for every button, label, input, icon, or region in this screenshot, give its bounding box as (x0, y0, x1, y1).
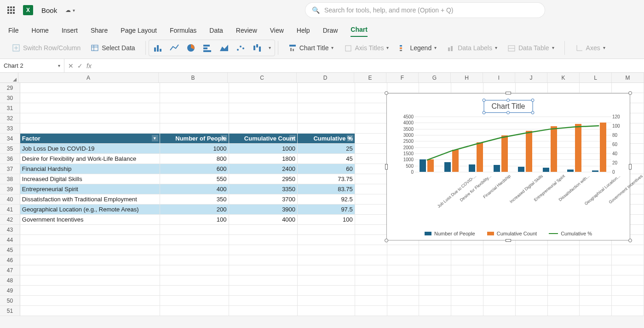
cell[interactable]: Cumulative Count▾ (229, 134, 298, 144)
cell[interactable] (451, 275, 483, 286)
cell[interactable]: Increased Digital Skills (20, 174, 160, 184)
cell[interactable] (298, 306, 355, 316)
cell[interactable]: 1800 (229, 154, 298, 164)
resize-handle[interactable] (385, 164, 388, 170)
cell[interactable] (20, 93, 160, 103)
cell[interactable] (160, 225, 229, 235)
row-header[interactable]: 51 (0, 306, 20, 316)
cell[interactable] (229, 103, 298, 113)
cell[interactable] (160, 286, 229, 296)
cell[interactable] (355, 306, 387, 316)
cell[interactable]: 92.5 (298, 194, 355, 205)
cell[interactable] (298, 83, 355, 93)
cell[interactable] (298, 113, 355, 123)
cell[interactable]: 73.75 (298, 174, 355, 184)
cell[interactable] (229, 83, 298, 93)
fx-icon[interactable]: fx (86, 62, 92, 70)
row-header[interactable]: 47 (0, 265, 20, 275)
cell[interactable] (20, 296, 160, 306)
cell[interactable]: Entrepreneurial Spirit (20, 184, 160, 194)
cell[interactable] (229, 255, 298, 265)
cell[interactable] (483, 265, 516, 275)
cell[interactable] (229, 225, 298, 235)
cell[interactable]: 25 (298, 144, 355, 154)
cell[interactable] (548, 265, 580, 275)
row-header[interactable]: 35 (0, 144, 20, 154)
embedded-chart[interactable]: Chart Title 0500100015002000250030003500… (386, 93, 630, 240)
filter-dropdown-icon[interactable]: ▾ (289, 135, 296, 141)
save-status-dropdown[interactable]: ☁ ▾ (65, 7, 75, 13)
cell[interactable] (298, 103, 355, 113)
cell[interactable] (419, 275, 451, 286)
cell[interactable] (355, 123, 387, 134)
cell[interactable] (548, 306, 580, 316)
cell[interactable] (20, 235, 160, 245)
cell[interactable]: 3900 (229, 205, 298, 215)
cell[interactable] (355, 154, 387, 164)
column-header[interactable]: A (18, 73, 159, 82)
cell[interactable] (612, 275, 644, 286)
row-header[interactable]: 29 (0, 83, 20, 93)
name-box[interactable]: Chart 2▾ (0, 59, 64, 72)
cell[interactable] (419, 286, 451, 296)
cell[interactable] (160, 265, 229, 275)
cell[interactable]: 2950 (229, 174, 298, 184)
cell[interactable]: Government Incentives (20, 215, 160, 225)
cell[interactable]: 45 (298, 154, 355, 164)
cell[interactable] (298, 255, 355, 265)
cell[interactable]: 100 (298, 215, 355, 225)
cell[interactable] (229, 93, 298, 103)
row-header[interactable]: 42 (0, 215, 20, 225)
bar-chart-icon[interactable] (202, 43, 213, 53)
cell[interactable] (298, 235, 355, 245)
row-header[interactable]: 32 (0, 113, 20, 123)
cell[interactable] (612, 296, 644, 306)
cell[interactable] (20, 225, 160, 235)
chart-title[interactable]: Chart Title (484, 100, 533, 113)
cell[interactable] (516, 286, 548, 296)
waterfall-chart-icon[interactable] (252, 43, 262, 53)
cell[interactable] (229, 235, 298, 245)
select-all-corner[interactable] (0, 73, 18, 82)
cell[interactable] (419, 265, 451, 275)
cell[interactable]: Number of People▾ (160, 134, 229, 144)
cell[interactable]: 200 (160, 205, 229, 215)
filter-dropdown-icon[interactable]: ▾ (347, 135, 353, 141)
tab-file[interactable]: File (8, 27, 19, 37)
cell[interactable]: Geographical Location (e.g., Remote Area… (20, 205, 160, 215)
cell[interactable] (451, 255, 483, 265)
column-header[interactable]: B (159, 73, 228, 82)
cell[interactable] (355, 174, 387, 184)
cell[interactable] (580, 306, 612, 316)
cell[interactable] (20, 265, 160, 275)
tab-share[interactable]: Share (91, 27, 108, 37)
cell[interactable] (355, 113, 387, 123)
cell[interactable] (229, 245, 298, 255)
cell[interactable] (419, 306, 451, 316)
cell[interactable] (160, 255, 229, 265)
column-header[interactable]: G (419, 73, 451, 82)
row-header[interactable]: 44 (0, 235, 20, 245)
cell[interactable]: Dissatisfaction with Traditional Employm… (20, 194, 160, 205)
cell[interactable] (160, 83, 229, 93)
tab-help[interactable]: Help (297, 27, 310, 37)
cell[interactable] (355, 265, 387, 275)
cell[interactable] (160, 245, 229, 255)
row-header[interactable]: 39 (0, 184, 20, 194)
cell[interactable] (355, 255, 387, 265)
cell[interactable] (298, 296, 355, 306)
cell[interactable]: Cumulative %▾ (298, 134, 355, 144)
cell[interactable] (483, 275, 516, 286)
resize-handle[interactable] (628, 239, 632, 242)
cell[interactable] (355, 83, 387, 93)
cell[interactable] (516, 275, 548, 286)
cell[interactable] (387, 296, 420, 306)
cell[interactable] (516, 83, 548, 93)
cell[interactable] (355, 225, 387, 235)
enter-formula-icon[interactable]: ✓ (77, 62, 83, 70)
row-header[interactable]: 31 (0, 103, 20, 113)
cell[interactable] (451, 83, 483, 93)
tab-review[interactable]: Review (236, 27, 257, 37)
filter-dropdown-icon[interactable]: ▾ (221, 135, 227, 141)
cell[interactable] (229, 275, 298, 286)
